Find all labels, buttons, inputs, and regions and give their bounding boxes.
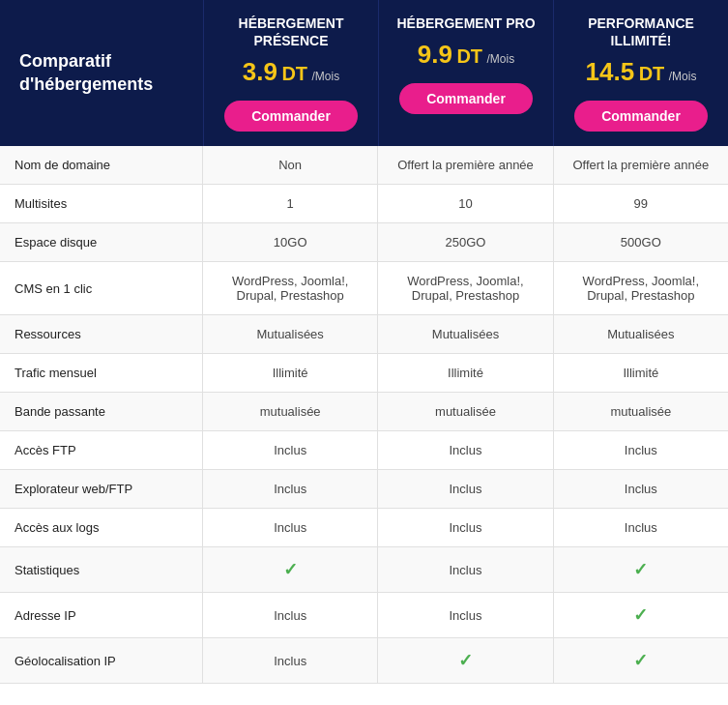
row-value: WordPress, Joomla!, Drupal, Prestashop xyxy=(203,262,378,314)
row-value: WordPress, Joomla!, Drupal, Prestashop xyxy=(554,262,728,314)
row-value: Offert la première année xyxy=(554,146,728,184)
row-label: Multisites xyxy=(0,185,203,222)
table-title-cell: Comparatif d'hébergements xyxy=(0,0,203,146)
table-row: Trafic mensuelIllimitéIllimitéIllimité xyxy=(0,354,728,393)
row-label: Explorateur web/FTP xyxy=(0,470,203,508)
row-value: 99 xyxy=(554,185,728,222)
row-value: Inclus xyxy=(203,509,378,546)
table-row: Nom de domaineNonOffert la première anné… xyxy=(0,146,728,185)
row-label: Trafic mensuel xyxy=(0,354,203,392)
row-value: ✓ xyxy=(554,593,728,637)
table-title: Comparatif d'hébergements xyxy=(19,50,184,96)
row-value: Inclus xyxy=(378,593,553,637)
row-label: Adresse IP xyxy=(0,593,203,637)
row-value: 1 xyxy=(203,185,378,222)
plan-price-pro: 9.9 DT /Mois xyxy=(418,40,514,70)
row-label: Bande passante xyxy=(0,393,203,430)
plan-header-pro: Hébergement PRO 9.9 DT /Mois Commander xyxy=(378,0,553,146)
plan-price-presence: 3.9 DT /Mois xyxy=(243,57,339,87)
checkmark-icon: ✓ xyxy=(283,559,298,580)
order-button-presence[interactable]: Commander xyxy=(224,101,358,132)
row-value: Inclus xyxy=(203,470,378,508)
checkmark-icon: ✓ xyxy=(633,559,648,580)
table-row: CMS en 1 clicWordPress, Joomla!, Drupal,… xyxy=(0,262,728,315)
order-button-performance[interactable]: Commander xyxy=(574,101,708,132)
checkmark-icon: ✓ xyxy=(633,604,648,626)
table-row: Statistiques✓Inclus✓ xyxy=(0,547,728,593)
row-value: mutualisée xyxy=(203,393,378,430)
table-row: Géolocalisation IPInclus✓✓ xyxy=(0,638,728,684)
row-value: Inclus xyxy=(378,470,553,508)
row-value: 250GO xyxy=(378,223,553,261)
row-value: Mutualisées xyxy=(554,315,728,353)
row-value: Mutualisées xyxy=(203,315,378,353)
row-value: WordPress, Joomla!, Drupal, Prestashop xyxy=(378,262,553,314)
row-value: Inclus xyxy=(203,638,378,683)
row-label: Ressources xyxy=(0,315,203,353)
row-label: CMS en 1 clic xyxy=(0,262,203,314)
row-label: Accès aux logs xyxy=(0,509,203,546)
plan-price-performance: 14.5 DT /Mois xyxy=(586,57,697,87)
row-value: Illimité xyxy=(554,354,728,392)
row-value: mutualisée xyxy=(378,393,553,430)
plan-header-performance: PERFORMANCE ILLIMITÉ! 14.5 DT /Mois Comm… xyxy=(553,0,728,146)
plan-header-presence: HébergementPRÉSENCE 3.9 DT /Mois Command… xyxy=(203,0,378,146)
row-value: 10GO xyxy=(203,223,378,261)
row-label: Nom de domaine xyxy=(0,146,203,184)
row-value: Inclus xyxy=(554,431,728,469)
table-row: Adresse IPInclusInclus✓ xyxy=(0,593,728,638)
row-value: 10 xyxy=(378,185,553,222)
plan-name-presence: HébergementPRÉSENCE xyxy=(239,15,344,49)
row-value: Inclus xyxy=(554,509,728,546)
row-value: Illimité xyxy=(378,354,553,392)
row-value: Inclus xyxy=(554,470,728,508)
row-value: Inclus xyxy=(378,547,553,592)
table-row: Multisites11099 xyxy=(0,185,728,223)
table-row: Accès FTPInclusInclusInclus xyxy=(0,431,728,470)
checkmark-icon: ✓ xyxy=(633,650,648,671)
table-row: Explorateur web/FTPInclusInclusInclus xyxy=(0,470,728,509)
row-value: ✓ xyxy=(554,547,728,592)
plan-name-performance: PERFORMANCE ILLIMITÉ! xyxy=(564,15,718,49)
row-label: Espace disque xyxy=(0,223,203,261)
row-label: Géolocalisation IP xyxy=(0,638,203,683)
row-label: Accès FTP xyxy=(0,431,203,469)
row-value: Inclus xyxy=(378,431,553,469)
checkmark-icon: ✓ xyxy=(458,650,473,671)
row-value: Non xyxy=(203,146,378,184)
row-label: Statistiques xyxy=(0,547,203,592)
comparison-table: Nom de domaineNonOffert la première anné… xyxy=(0,146,728,684)
row-value: ✓ xyxy=(203,547,378,592)
row-value: 500GO xyxy=(554,223,728,261)
row-value: Inclus xyxy=(378,509,553,546)
header-row: Comparatif d'hébergements HébergementPRÉ… xyxy=(0,0,728,146)
row-value: Inclus xyxy=(203,593,378,637)
table-row: Accès aux logsInclusInclusInclus xyxy=(0,509,728,547)
row-value: Mutualisées xyxy=(378,315,553,353)
order-button-pro[interactable]: Commander xyxy=(399,83,533,114)
row-value: ✓ xyxy=(378,638,553,683)
row-value: mutualisée xyxy=(554,393,728,430)
row-value: Offert la première année xyxy=(378,146,553,184)
plan-name-pro: Hébergement PRO xyxy=(396,15,535,32)
row-value: Inclus xyxy=(203,431,378,469)
table-row: RessourcesMutualiséesMutualiséesMutualis… xyxy=(0,315,728,354)
row-value: ✓ xyxy=(554,638,728,683)
row-value: Illimité xyxy=(203,354,378,392)
table-row: Bande passantemutualiséemutualiséemutual… xyxy=(0,393,728,431)
table-row: Espace disque10GO250GO500GO xyxy=(0,223,728,262)
